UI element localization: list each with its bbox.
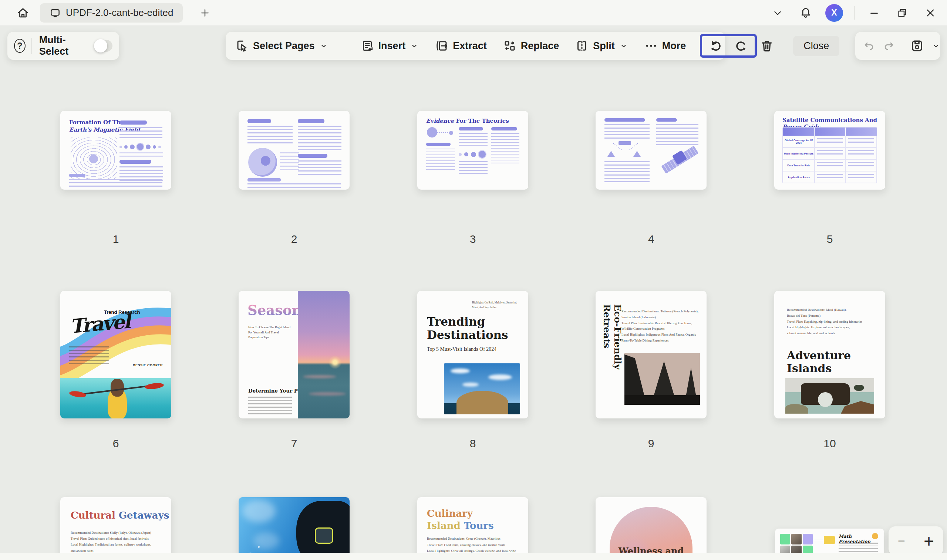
page13-title-word1: Culinary <box>427 508 494 520</box>
page8-subtitle: Top 5 Must-Visit Islands Of 2024 <box>427 346 497 352</box>
page-thumbnail-7[interactable]: Season How To Choose The Right Island Fo… <box>239 291 350 418</box>
rotate-buttons-highlight <box>700 34 757 58</box>
delete-page-button[interactable] <box>760 39 774 53</box>
chevron-down-icon <box>410 42 419 50</box>
page3-title: Evidence For The Theories <box>426 117 509 124</box>
zoom-in-button[interactable]: + <box>924 531 934 551</box>
page-thumbnail-12[interactable] <box>239 497 350 560</box>
page-thumbnail-9[interactable]: Eco-Friendly Retreats Recommended Destin… <box>595 291 706 418</box>
section-pill <box>298 154 327 158</box>
section-pill <box>491 127 517 131</box>
page-number: 6 <box>60 437 171 450</box>
text-lines <box>247 126 293 143</box>
document-tab-title: UPDF-2.0-cant-be-edited <box>66 7 173 18</box>
table-header-cell <box>783 128 814 135</box>
page-number: 4 <box>595 233 706 245</box>
page-thumbnail-5[interactable]: Satellite Communications And Power Grids… <box>774 111 885 190</box>
page-number: 1 <box>60 233 171 245</box>
split-icon <box>575 39 589 52</box>
text-lines <box>605 161 649 182</box>
home-icon <box>17 7 29 19</box>
page11-title: Cultural Getaways <box>71 510 169 521</box>
insert-label: Insert <box>378 40 406 52</box>
ground-station-dish <box>633 151 641 157</box>
replace-button[interactable]: Replace <box>503 39 559 52</box>
select-pages-button[interactable]: Select Pages <box>235 39 328 52</box>
wave-highlight <box>309 392 346 395</box>
section-pill <box>459 127 483 131</box>
page10-title-line1: Adventure <box>787 349 851 362</box>
page-thumbnail-11[interactable]: Cultural Getaways Recommended Destinatio… <box>60 497 171 560</box>
page-thumbnail-3[interactable]: Evidence For The Theories <box>417 111 528 190</box>
bell-icon <box>799 7 812 19</box>
notifications-button[interactable] <box>797 5 814 22</box>
insert-icon <box>361 39 374 52</box>
select-pages-label: Select Pages <box>253 40 315 52</box>
text-lines <box>248 397 292 414</box>
sea-stacks-photo <box>625 353 700 405</box>
tile <box>780 534 790 545</box>
sunset-arch-photo: Wellness and Relaxation <box>610 507 693 560</box>
page11-title-word2: Getaways <box>119 510 170 521</box>
text-lines <box>119 127 162 138</box>
home-button[interactable] <box>15 5 31 21</box>
close-organize-button[interactable]: Close <box>793 36 839 56</box>
page5-title-main: Satellite Communications And <box>782 117 877 123</box>
planets-row <box>119 143 163 150</box>
diagram-labels <box>280 152 299 170</box>
page9-details: Recommended Destinations: Tetiaroa (Fren… <box>622 309 700 344</box>
page11-title-word1: Cultural <box>71 510 116 521</box>
page-thumbnail-2[interactable] <box>239 111 350 190</box>
page9-title: Eco-Friendly Retreats <box>602 304 623 411</box>
menu-collapse-button[interactable] <box>769 5 786 22</box>
page-thumbnail-1[interactable]: Formation Of The Earth's Magnetic Field <box>60 111 171 190</box>
text-lines <box>459 161 487 174</box>
restore-button[interactable] <box>894 5 911 22</box>
page-number: 8 <box>417 437 528 450</box>
page-thumbnail-10[interactable]: Recommended Destinations: Maui (Hawaii),… <box>774 291 885 418</box>
table-row-label: Application Areas <box>783 171 814 183</box>
cover-body-text <box>69 346 109 364</box>
arch-opening <box>818 392 833 407</box>
page7-subtitle: How To Choose The Right Island For Yours… <box>248 325 293 340</box>
document-tab[interactable]: UPDF-2.0-cant-be-edited <box>40 3 183 23</box>
page-thumbnail-4[interactable] <box>595 111 706 190</box>
more-button[interactable]: More <box>645 39 686 52</box>
table-header-cell <box>846 128 877 135</box>
table-cell <box>814 135 846 148</box>
user-avatar[interactable]: X <box>825 4 843 22</box>
page-thumbnail-8[interactable]: Highlights On Bali, Maldives, Santorini,… <box>417 291 528 418</box>
minimize-button[interactable] <box>865 5 883 22</box>
page-thumbnail-13[interactable]: Culinary Island Tours Recommended Destin… <box>417 497 528 560</box>
close-window-button[interactable] <box>922 5 939 22</box>
redo-button[interactable] <box>883 40 895 52</box>
zoom-out-button[interactable]: − <box>898 534 905 548</box>
insert-button[interactable]: Insert <box>361 39 419 52</box>
table-row-label: Data Transfer Rate <box>783 159 814 171</box>
save-options-button[interactable] <box>932 42 940 50</box>
chevron-down-icon <box>772 8 783 18</box>
page1-title-line1: Formation Of The <box>69 119 124 126</box>
rotate-left-button[interactable] <box>708 38 723 53</box>
save-button[interactable] <box>910 39 924 53</box>
rotate-right-button[interactable] <box>734 38 749 53</box>
text-lines <box>459 133 487 148</box>
section-pill <box>119 160 151 164</box>
split-button[interactable]: Split <box>575 39 628 52</box>
section-pill <box>247 119 271 123</box>
page-thumbnail-6[interactable]: Trend Research Travel BESSIE COOPER <box>60 291 171 418</box>
undo-button[interactable] <box>863 40 875 52</box>
help-button[interactable]: ? <box>14 39 26 53</box>
new-tab-button[interactable] <box>197 6 212 20</box>
page-number: 10 <box>774 437 885 450</box>
page-thumbnail-14[interactable]: Wellness and Relaxation <box>595 497 706 560</box>
ground-station-dish <box>608 151 615 157</box>
photo-tile-grid <box>780 534 813 556</box>
multi-select-toggle[interactable] <box>94 40 113 52</box>
extract-button[interactable]: Extract <box>435 39 487 52</box>
text-lines <box>298 160 341 175</box>
cloud <box>463 383 479 387</box>
earth-core-shape <box>89 154 98 163</box>
page-organize-toolbar: Select Pages Insert Extract Replace <box>226 32 725 60</box>
section-pill <box>656 118 677 122</box>
